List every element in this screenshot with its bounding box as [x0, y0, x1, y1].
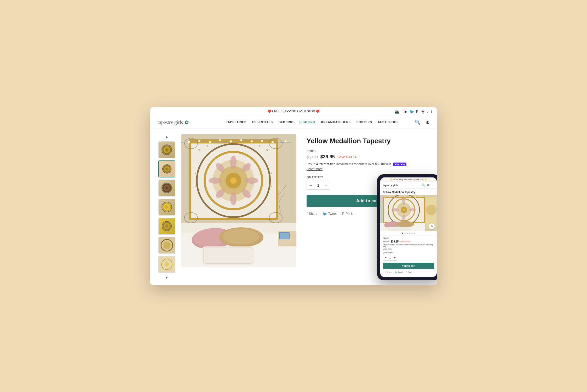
share-facebook-button[interactable]: f Share [307, 212, 317, 216]
original-price: $69.99 [307, 155, 318, 159]
phone-dot-4[interactable] [409, 233, 410, 234]
thumbnail-2[interactable] [158, 160, 175, 177]
nav-dreamcatchers[interactable]: DREAMCATCHERS [321, 120, 351, 124]
svg-point-5 [165, 262, 169, 266]
twitter-icon[interactable]: 🐦 [410, 109, 414, 114]
svg-rect-84 [387, 227, 410, 231]
main-nav: TAPESTRIES ESSENTIALS BEDDING LIGHTING D… [210, 120, 415, 124]
thumb-up-button[interactable]: ▲ [163, 134, 171, 139]
svg-point-35 [271, 186, 272, 187]
phone-share-row: f Share 🐦 Tweet P Pin it [383, 271, 434, 275]
nav-essentials[interactable]: ESSENTIALS [252, 120, 273, 124]
phone-main-image: ⊕ [380, 195, 437, 231]
svg-point-34 [195, 186, 196, 187]
svg-point-19 [245, 177, 258, 184]
phone-price-row: $69.99 $39.95 Save $30.04 [383, 240, 434, 243]
phone-sale-price: $39.95 [390, 240, 399, 243]
search-icon[interactable]: 🔍 [415, 119, 421, 125]
phone-dot-2[interactable] [404, 233, 406, 234]
phone-announcement-bar: 🌟 Soooo many new arrivals just dropped 🌟 [380, 177, 437, 182]
thumbnail-6[interactable] [158, 237, 175, 254]
svg-rect-54 [202, 246, 254, 265]
svg-point-71 [384, 197, 385, 198]
svg-point-42 [251, 140, 253, 142]
phone-share-pinterest[interactable]: P Pin it [406, 271, 412, 273]
phone-cart-icon[interactable]: 🛍 [427, 183, 430, 187]
quantity-decrease-button[interactable]: − [307, 181, 315, 189]
phone-add-to-cart-button[interactable]: Add to cart [383, 263, 434, 269]
site-header: tapestry girls ✿ TAPESTRIES ESSENTIALS B… [150, 116, 437, 129]
phone-dot-5[interactable] [411, 233, 413, 234]
svg-point-77 [415, 197, 416, 198]
thumbnail-column: ▲ [158, 134, 176, 280]
learn-more-link[interactable]: Learn more [307, 167, 429, 171]
price-row: $69.99 $39.95 Save $30.04 [307, 154, 429, 160]
phone-menu-icon[interactable]: ☰ [431, 183, 434, 187]
thumbnail-3[interactable] [158, 180, 175, 197]
phone-pin-icon: P [406, 271, 407, 273]
nav-bedding[interactable]: BEDDING [279, 120, 294, 124]
thumbnail-1[interactable] [158, 141, 175, 158]
phone-dot-1[interactable] [402, 233, 403, 234]
phone-share-facebook[interactable]: f Share [385, 271, 392, 273]
phone-original-price: $69.99 [383, 240, 389, 243]
svg-point-72 [389, 196, 390, 197]
heart-left: ❤️ [267, 109, 271, 113]
svg-point-28 [198, 149, 200, 151]
cart-icon[interactable]: 🛍 [425, 119, 429, 125]
phone-share-twitter[interactable]: 🐦 Tweet [395, 271, 403, 273]
product-image-svg [181, 134, 296, 267]
nav-aesthetics[interactable]: AESTHETICS [378, 120, 399, 124]
svg-point-2 [163, 241, 170, 249]
svg-point-31 [266, 149, 268, 151]
share-pinterest-button[interactable]: P Pin it [342, 212, 353, 216]
social-icons-bar: 📷 f ▶ 🐦 P 👻 ♪ t [395, 109, 432, 114]
nav-tapestries[interactable]: TAPESTRIES [226, 120, 246, 124]
header-action-icons: 🔍 🛍 [415, 119, 429, 125]
phone-search-icon[interactable]: 🔍 [422, 183, 425, 187]
quantity-increase-button[interactable]: + [322, 181, 330, 189]
thumbnail-4[interactable] [158, 199, 175, 216]
svg-point-76 [410, 196, 411, 197]
save-amount: Save $30.04 [337, 155, 356, 159]
phone-shoppay-text: Pay in 4 interest-free installments for … [383, 244, 434, 247]
pinterest-icon[interactable]: P [416, 109, 418, 114]
phone-dot-6[interactable] [414, 233, 415, 234]
phone-qty-increase[interactable]: + [392, 255, 397, 260]
svg-point-75 [405, 197, 406, 198]
phone-logo: tapestry girls [383, 184, 398, 187]
main-product-image [181, 134, 296, 267]
facebook-icon[interactable]: f [401, 109, 402, 114]
tiktok-icon[interactable]: ♪ [427, 109, 429, 114]
instagram-icon[interactable]: 📷 [395, 109, 399, 114]
phone-tw-icon: 🐦 [395, 271, 397, 273]
phone-learn-more[interactable]: Learn more [383, 248, 434, 250]
browser-window: ❤️ FREE SHIPPING OVER $100! ❤️ 📷 f ▶ 🐦 P… [150, 107, 437, 285]
phone-qty-decrease[interactable]: − [383, 255, 388, 260]
svg-point-33 [271, 172, 272, 174]
quantity-value: 1 [315, 183, 322, 187]
phone-image-dots [380, 231, 437, 235]
phone-save-amount: Save $30.04 [400, 241, 410, 243]
heart-right: ❤️ [316, 109, 320, 113]
nav-lighting[interactable]: LIGHTING [300, 120, 315, 124]
svg-point-29 [206, 145, 208, 147]
share-twitter-label: Tweet [328, 212, 337, 216]
share-twitter-button[interactable]: 🐦 Tweet [323, 212, 337, 216]
youtube-icon[interactable]: ▶ [405, 109, 407, 114]
phone-dot-3[interactable] [407, 233, 408, 234]
snapchat-icon[interactable]: 👻 [421, 109, 425, 114]
svg-point-37 [198, 140, 200, 142]
svg-point-53 [222, 229, 259, 244]
logo-text: tapestry girls [158, 119, 183, 125]
phone-qty-value: 1 [388, 256, 392, 259]
svg-point-78 [420, 196, 421, 197]
mobile-phone-mockup: 🌟 Soooo many new arrivals just dropped 🌟… [377, 174, 437, 280]
site-logo[interactable]: tapestry girls ✿ [158, 119, 210, 125]
thumbnail-5[interactable] [158, 218, 175, 235]
tumblr-icon[interactable]: t [431, 109, 432, 114]
thumbnail-7[interactable] [158, 256, 175, 273]
nav-posters[interactable]: POSTERS [356, 120, 372, 124]
phone-zoom-button[interactable]: ⊕ [429, 223, 435, 229]
thumb-down-button[interactable]: ▼ [163, 275, 171, 280]
